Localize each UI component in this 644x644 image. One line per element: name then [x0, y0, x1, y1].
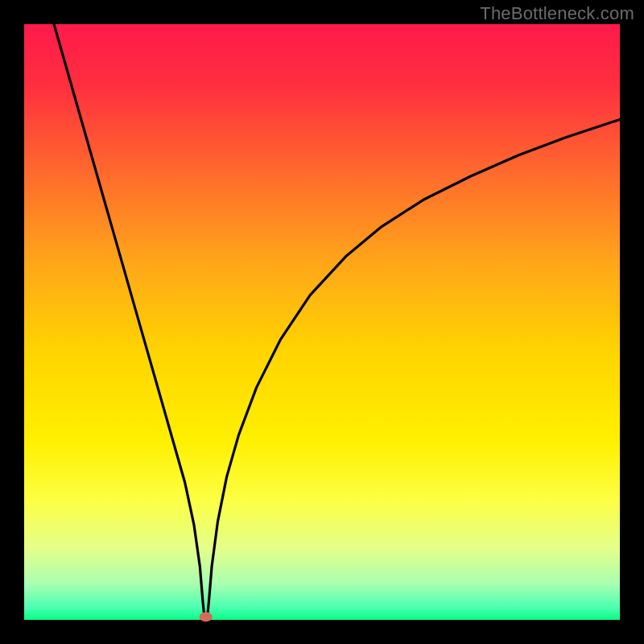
plot-background [24, 24, 620, 620]
watermark-text: TheBottleneck.com [480, 3, 634, 24]
optimum-marker [200, 612, 213, 621]
bottleneck-chart [0, 0, 644, 644]
chart-frame: TheBottleneck.com [0, 0, 644, 644]
